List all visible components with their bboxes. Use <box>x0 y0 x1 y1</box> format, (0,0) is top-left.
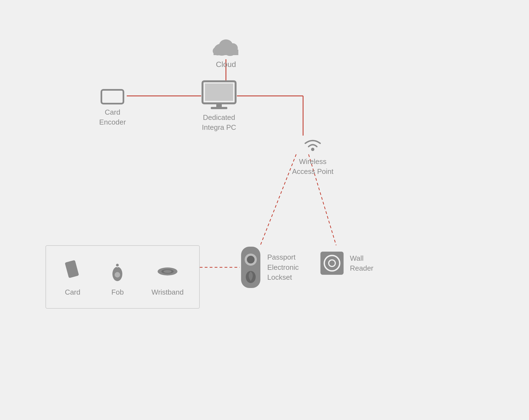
wall-reader-group: Wall Reader <box>320 251 373 276</box>
computer-label: Dedicated Integra PC <box>202 112 236 133</box>
wristband-icon-container <box>156 258 179 285</box>
svg-rect-16 <box>211 107 227 109</box>
credentials-box: Card Fob <box>45 245 200 309</box>
wall-reader-label: Wall Reader <box>350 253 373 273</box>
card-encoder-label: Card Encoder <box>99 107 126 127</box>
connection-lines <box>0 0 529 420</box>
fob-label: Fob <box>111 288 124 297</box>
card-item: Card <box>62 258 84 297</box>
computer-icon <box>201 80 237 110</box>
wireless-group: Wireless Access Point <box>292 135 333 177</box>
lockset-icon <box>240 245 262 289</box>
diagram-container: Cloud Dedicated Integra PC Card Encoder <box>0 0 529 420</box>
cloud-group: Cloud <box>209 36 242 69</box>
fob-item: Fob <box>107 258 129 297</box>
wall-reader-icon <box>320 251 344 276</box>
svg-rect-12 <box>214 50 238 55</box>
svg-rect-15 <box>216 103 222 107</box>
wristband-label: Wristband <box>152 288 184 297</box>
card-icon <box>65 260 80 283</box>
cloud-label: Cloud <box>216 60 236 69</box>
svg-point-23 <box>115 272 120 278</box>
wristband-icon <box>156 263 179 280</box>
lockset-label: Passport Electronic Lockset <box>267 252 299 282</box>
svg-rect-14 <box>205 84 233 101</box>
computer-group: Dedicated Integra PC <box>201 80 237 133</box>
svg-point-26 <box>164 270 172 273</box>
wireless-label: Wireless Access Point <box>292 157 333 177</box>
svg-point-22 <box>116 264 119 266</box>
svg-rect-19 <box>65 260 79 278</box>
svg-line-4 <box>260 154 296 245</box>
wristband-item: Wristband <box>152 258 184 297</box>
fob-icon-container <box>107 258 129 285</box>
card-encoder-icon <box>100 87 125 105</box>
svg-point-29 <box>247 256 255 263</box>
lockset-group: Passport Electronic Lockset <box>240 245 299 289</box>
wireless-icon <box>302 135 324 154</box>
card-icon-container <box>62 258 84 285</box>
card-encoder-group: Card Encoder <box>99 87 126 127</box>
fob-icon <box>110 260 125 283</box>
svg-rect-17 <box>101 90 123 104</box>
card-label: Card <box>65 288 80 297</box>
cloud-icon <box>209 36 242 58</box>
svg-point-18 <box>311 148 314 151</box>
